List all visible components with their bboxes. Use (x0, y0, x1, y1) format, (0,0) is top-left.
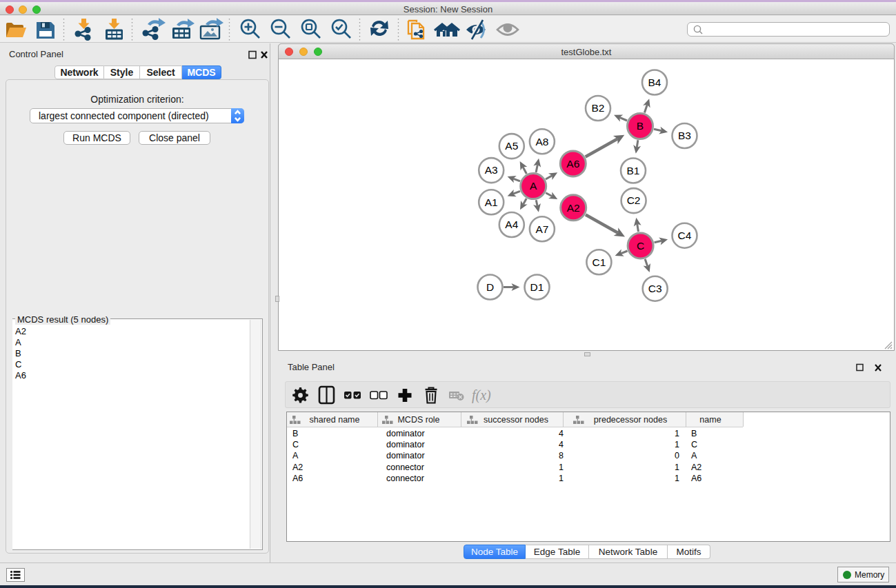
svg-text:A1: A1 (485, 196, 498, 208)
svg-text:B: B (637, 120, 644, 132)
svg-text:A7: A7 (535, 223, 548, 235)
svg-text:B1: B1 (627, 165, 640, 176)
svg-text:A4: A4 (505, 219, 518, 230)
svg-text:D1: D1 (530, 281, 544, 293)
svg-text:A2: A2 (567, 202, 580, 214)
svg-text:C3: C3 (648, 283, 662, 294)
svg-text:A5: A5 (505, 140, 518, 152)
svg-text:A3: A3 (485, 164, 498, 176)
svg-text:D: D (486, 281, 494, 293)
svg-text:C2: C2 (627, 194, 641, 206)
svg-text:C: C (637, 240, 644, 252)
svg-text:f(x): f(x) (472, 387, 491, 403)
svg-text:A6: A6 (566, 158, 579, 170)
svg-text:B2: B2 (592, 102, 605, 114)
svg-text:C4: C4 (678, 230, 692, 241)
svg-text:A: A (530, 180, 537, 192)
svg-text:A8: A8 (535, 136, 548, 148)
svg-text:C1: C1 (592, 256, 606, 268)
svg-text:B4: B4 (648, 77, 661, 88)
svg-text:B3: B3 (678, 130, 691, 141)
